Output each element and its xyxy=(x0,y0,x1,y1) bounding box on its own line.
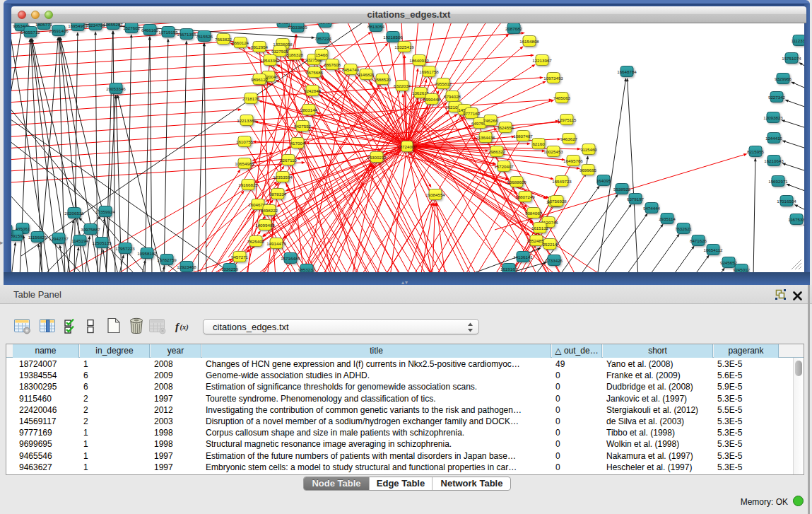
svg-text:2718176: 2718176 xyxy=(242,96,260,101)
svg-text:1610755: 1610755 xyxy=(236,139,254,144)
svg-text:5938923: 5938923 xyxy=(613,187,631,192)
svg-text:12975115: 12975115 xyxy=(557,117,577,122)
svg-text:1244415: 1244415 xyxy=(765,136,783,141)
svg-text:9146821: 9146821 xyxy=(358,72,375,77)
svg-text:5675685: 5675685 xyxy=(306,70,324,75)
svg-text:10234789: 10234789 xyxy=(86,23,105,28)
svg-text:9474444: 9474444 xyxy=(643,206,661,211)
svg-text:10688609: 10688609 xyxy=(507,180,526,185)
svg-text:8427552: 8427552 xyxy=(294,124,312,129)
svg-text:15751074: 15751074 xyxy=(782,56,801,61)
svg-text:417004: 417004 xyxy=(290,141,305,146)
svg-text:252214: 252214 xyxy=(543,242,558,247)
svg-text:10958107: 10958107 xyxy=(137,251,157,256)
svg-text:(x): (x) xyxy=(180,323,189,332)
svg-text:17957223: 17957223 xyxy=(115,246,135,251)
svg-text:6379197: 6379197 xyxy=(627,197,645,201)
svg-text:17016504: 17016504 xyxy=(777,199,796,204)
svg-text:8186328: 8186328 xyxy=(286,52,304,57)
svg-text:14914479: 14914479 xyxy=(266,241,286,246)
svg-text:12213967: 12213967 xyxy=(532,58,552,63)
svg-text:8215955: 8215955 xyxy=(747,149,765,154)
svg-text:18640910: 18640910 xyxy=(409,58,429,63)
svg-text:6794028: 6794028 xyxy=(444,94,461,99)
svg-text:16954960: 16954960 xyxy=(68,23,88,28)
svg-text:1619167: 1619167 xyxy=(500,267,518,271)
svg-text:25300213: 25300213 xyxy=(367,155,387,160)
svg-text:19166825: 19166825 xyxy=(238,182,258,187)
svg-text:16961758: 16961758 xyxy=(419,69,439,74)
svg-text:9242848: 9242848 xyxy=(304,88,322,93)
svg-text:14055712: 14055712 xyxy=(20,30,40,35)
svg-text:11156829: 11156829 xyxy=(28,235,47,240)
svg-text:1036259: 1036259 xyxy=(221,267,239,271)
svg-text:10025453: 10025453 xyxy=(543,149,563,154)
svg-text:7955812: 7955812 xyxy=(435,81,452,86)
svg-text:13325419: 13325419 xyxy=(394,45,414,49)
svg-text:9699695: 9699695 xyxy=(579,168,597,173)
svg-text:9245012: 9245012 xyxy=(733,267,751,272)
svg-text:16495766: 16495766 xyxy=(563,158,583,163)
svg-text:8454749: 8454749 xyxy=(342,67,360,72)
svg-text:12923468: 12923468 xyxy=(177,264,196,269)
svg-text:18807249: 18807249 xyxy=(515,194,535,199)
svg-text:9227342: 9227342 xyxy=(768,95,786,100)
svg-text:16549723: 16549723 xyxy=(552,179,572,184)
svg-text:7357224: 7357224 xyxy=(314,36,332,41)
svg-text:21364436: 21364436 xyxy=(476,135,495,140)
svg-text:10655287: 10655287 xyxy=(103,23,123,27)
svg-text:16671355: 16671355 xyxy=(177,32,196,37)
svg-text:9457271: 9457271 xyxy=(231,255,249,259)
svg-text:6322037: 6322037 xyxy=(394,83,411,88)
svg-text:10719155: 10719155 xyxy=(158,30,178,35)
svg-text:2867608: 2867608 xyxy=(324,62,341,67)
svg-text:7632621: 7632621 xyxy=(675,226,693,231)
svg-text:6466160: 6466160 xyxy=(141,28,159,33)
svg-text:16210643: 16210643 xyxy=(764,158,784,163)
svg-text:1112334: 1112334 xyxy=(791,38,804,43)
svg-text:16154808: 16154808 xyxy=(519,39,539,44)
svg-text:1527602: 1527602 xyxy=(123,25,141,30)
svg-text:20053346: 20053346 xyxy=(106,86,126,91)
svg-text:1145194: 1145194 xyxy=(71,238,88,243)
svg-text:164095: 164095 xyxy=(596,178,611,183)
svg-text:20206536: 20206536 xyxy=(64,211,84,216)
svg-text:10973493: 10973493 xyxy=(543,76,563,81)
svg-text:10807487: 10807487 xyxy=(513,134,533,139)
svg-text:10654112: 10654112 xyxy=(703,247,723,252)
svg-text:3267110: 3267110 xyxy=(280,158,297,163)
svg-text:17359924: 17359924 xyxy=(95,209,115,214)
svg-text:8471626: 8471626 xyxy=(690,238,707,243)
svg-text:8878334: 8878334 xyxy=(269,192,287,197)
svg-text:8912954: 8912954 xyxy=(251,45,269,49)
svg-text:62160: 62160 xyxy=(532,141,545,146)
svg-text:9948: 9948 xyxy=(320,23,330,25)
svg-text:16782759: 16782759 xyxy=(157,257,177,262)
svg-text:2803144: 2803144 xyxy=(300,107,318,112)
svg-text:12505135: 12505135 xyxy=(92,240,112,245)
svg-text:1167533: 1167533 xyxy=(788,217,804,222)
svg-text:10543362: 10543362 xyxy=(260,58,280,63)
svg-text:9777169: 9777169 xyxy=(463,111,481,116)
svg-text:20691406: 20691406 xyxy=(49,28,69,33)
svg-text:15692971: 15692971 xyxy=(768,179,788,184)
svg-text:15720407: 15720407 xyxy=(494,164,514,169)
svg-text:9084067: 9084067 xyxy=(525,211,543,216)
svg-text:15466: 15466 xyxy=(315,52,328,57)
svg-text:18724007: 18724007 xyxy=(397,144,417,149)
svg-text:10654985: 10654985 xyxy=(235,161,254,166)
svg-text:3498222: 3498222 xyxy=(261,208,278,213)
svg-text:1615132: 1615132 xyxy=(531,226,549,230)
svg-text:9115460: 9115460 xyxy=(580,147,597,152)
svg-text:12353594: 12353594 xyxy=(273,175,293,180)
svg-text:19384554: 19384554 xyxy=(425,192,445,197)
svg-text:12213369: 12213369 xyxy=(237,118,257,123)
svg-text:9853232: 9853232 xyxy=(298,267,316,272)
svg-text:7986322: 7986322 xyxy=(488,149,506,154)
svg-text:14136141: 14136141 xyxy=(513,255,533,259)
svg-text:1805771: 1805771 xyxy=(35,23,53,27)
svg-text:1588520: 1588520 xyxy=(374,77,392,82)
svg-text:12093823: 12093823 xyxy=(763,115,783,120)
svg-text:30975887: 30975887 xyxy=(81,227,100,232)
svg-text:7625402: 7625402 xyxy=(247,239,265,244)
